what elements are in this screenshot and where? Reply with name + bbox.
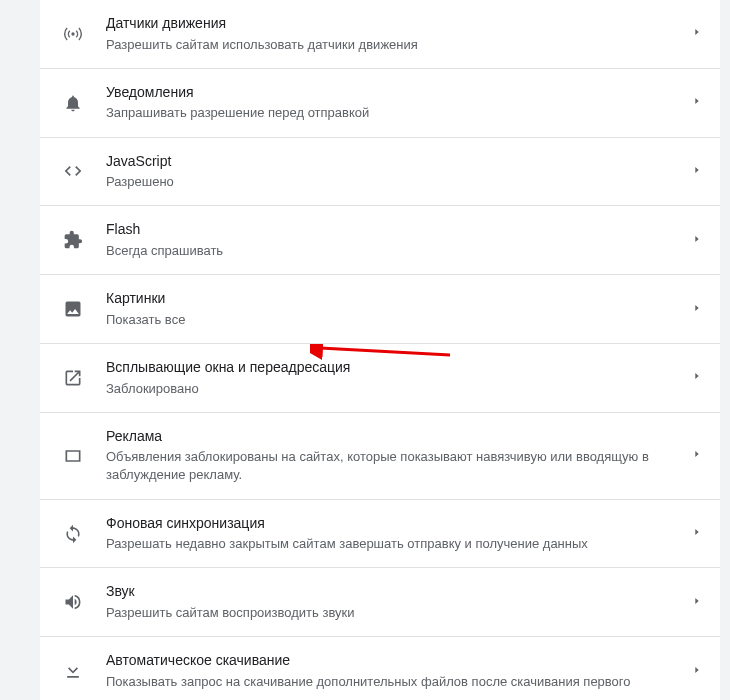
chevron-right-icon bbox=[692, 301, 702, 318]
row-title: Датчики движения bbox=[106, 14, 682, 34]
row-subtitle: Запрашивать разрешение перед отправкой bbox=[106, 104, 682, 122]
row-subtitle: Показать все bbox=[106, 311, 682, 329]
volume-icon bbox=[58, 592, 88, 612]
row-subtitle: Разрешать недавно закрытым сайтам заверш… bbox=[106, 535, 682, 553]
popup-icon bbox=[58, 368, 88, 388]
row-title: Автоматическое скачивание bbox=[106, 651, 682, 671]
chevron-right-icon bbox=[692, 163, 702, 180]
settings-row-ads[interactable]: РекламаОбъявления заблокированы на сайта… bbox=[40, 413, 720, 500]
row-text: FlashВсегда спрашивать bbox=[88, 220, 692, 260]
chevron-right-icon bbox=[692, 663, 702, 680]
code-icon bbox=[58, 161, 88, 181]
row-title: Всплывающие окна и переадресация bbox=[106, 358, 682, 378]
row-subtitle: Показывать запрос на скачивание дополнит… bbox=[106, 673, 682, 691]
chevron-right-icon bbox=[692, 232, 702, 249]
sync-icon bbox=[58, 524, 88, 544]
row-text: JavaScriptРазрешено bbox=[88, 152, 692, 192]
row-text: РекламаОбъявления заблокированы на сайта… bbox=[88, 427, 692, 485]
chevron-right-icon bbox=[692, 594, 702, 611]
row-title: Фоновая синхронизация bbox=[106, 514, 682, 534]
chevron-right-icon bbox=[692, 447, 702, 464]
row-text: Фоновая синхронизацияРазрешать недавно з… bbox=[88, 514, 692, 554]
chevron-right-icon bbox=[692, 369, 702, 386]
chevron-right-icon bbox=[692, 25, 702, 42]
image-icon bbox=[58, 299, 88, 319]
settings-row-flash[interactable]: FlashВсегда спрашивать bbox=[40, 206, 720, 275]
row-title: Реклама bbox=[106, 427, 682, 447]
motion-sensors-icon bbox=[58, 24, 88, 44]
chevron-right-icon bbox=[692, 525, 702, 542]
bell-icon bbox=[58, 93, 88, 113]
row-text: Датчики движенияРазрешить сайтам использ… bbox=[88, 14, 692, 54]
settings-row-sound[interactable]: ЗвукРазрешить сайтам воспроизводить звук… bbox=[40, 568, 720, 637]
settings-row-auto-download[interactable]: Автоматическое скачиваниеПоказывать запр… bbox=[40, 637, 720, 700]
settings-row-javascript[interactable]: JavaScriptРазрешено bbox=[40, 138, 720, 207]
settings-row-background-sync[interactable]: Фоновая синхронизацияРазрешать недавно з… bbox=[40, 500, 720, 569]
settings-row-motion-sensors[interactable]: Датчики движенияРазрешить сайтам использ… bbox=[40, 0, 720, 69]
row-subtitle: Разрешить сайтам использовать датчики дв… bbox=[106, 36, 682, 54]
rectangle-icon bbox=[58, 446, 88, 466]
row-subtitle: Разрешено bbox=[106, 173, 682, 191]
row-text: УведомленияЗапрашивать разрешение перед … bbox=[88, 83, 692, 123]
row-text: Автоматическое скачиваниеПоказывать запр… bbox=[88, 651, 692, 691]
row-subtitle: Всегда спрашивать bbox=[106, 242, 682, 260]
row-text: Всплывающие окна и переадресацияЗаблокир… bbox=[88, 358, 692, 398]
row-text: ЗвукРазрешить сайтам воспроизводить звук… bbox=[88, 582, 692, 622]
row-subtitle: Объявления заблокированы на сайтах, кото… bbox=[106, 448, 682, 484]
chevron-right-icon bbox=[692, 94, 702, 111]
row-subtitle: Разрешить сайтам воспроизводить звуки bbox=[106, 604, 682, 622]
settings-row-popups[interactable]: Всплывающие окна и переадресацияЗаблокир… bbox=[40, 344, 720, 413]
row-title: Картинки bbox=[106, 289, 682, 309]
settings-row-notifications[interactable]: УведомленияЗапрашивать разрешение перед … bbox=[40, 69, 720, 138]
row-title: Звук bbox=[106, 582, 682, 602]
settings-row-images[interactable]: КартинкиПоказать все bbox=[40, 275, 720, 344]
download-icon bbox=[58, 661, 88, 681]
row-title: Уведомления bbox=[106, 83, 682, 103]
row-text: КартинкиПоказать все bbox=[88, 289, 692, 329]
row-title: Flash bbox=[106, 220, 682, 240]
row-subtitle: Заблокировано bbox=[106, 380, 682, 398]
puzzle-icon bbox=[58, 230, 88, 250]
content-settings-panel: Датчики движенияРазрешить сайтам использ… bbox=[40, 0, 720, 700]
row-title: JavaScript bbox=[106, 152, 682, 172]
